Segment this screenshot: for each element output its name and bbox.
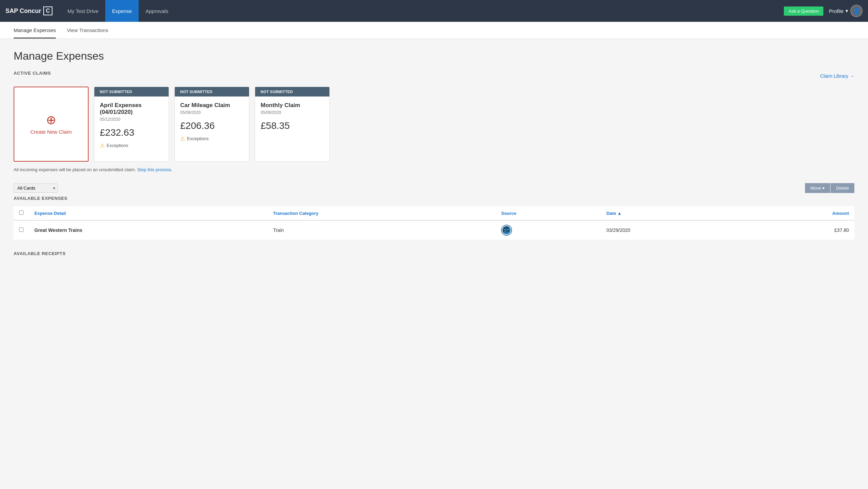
app-logo: SAP Concur C — [5, 6, 52, 15]
svg-rect-1 — [504, 229, 509, 230]
claim-status-car: NOT SUBMITTED — [175, 87, 249, 97]
sub-nav-item-view-transactions[interactable]: View Transactions — [67, 22, 108, 39]
claim-exception-car: ⚠ Exceptions — [180, 135, 244, 142]
active-claims-title: ACTIVE CLAIMS — [14, 71, 51, 76]
action-buttons: Move ▾ Delete — [805, 183, 854, 193]
exception-label-april: Exceptions — [107, 143, 128, 148]
exception-label-car: Exceptions — [187, 136, 209, 141]
col-date[interactable]: Date ▲ — [601, 206, 742, 220]
plus-icon: ⊕ — [46, 114, 56, 126]
claim-status-april: NOT SUBMITTED — [94, 87, 169, 97]
claim-body-car: Car Mileage Claim 05/09/2020 £206.36 ⚠ E… — [175, 97, 249, 147]
create-new-label: Create New Claim — [30, 129, 72, 135]
transaction-category-cell: Train — [268, 220, 496, 240]
credit-card-icon — [504, 228, 509, 232]
source-card-icon — [501, 225, 512, 236]
expenses-table-header-row: Expense Detail Transaction Category Sour… — [14, 206, 854, 220]
chevron-down-icon: ▾ — [846, 8, 848, 14]
col-expense-detail[interactable]: Expense Detail — [29, 206, 268, 220]
source-icon-inner — [502, 225, 511, 235]
col-source[interactable]: Source — [496, 206, 601, 220]
available-receipts-title: AVAILABLE RECEIPTS — [14, 251, 854, 256]
select-all-checkbox[interactable] — [19, 210, 24, 215]
expenses-table-body: Great Western Trains Train — [14, 220, 854, 240]
claim-amount-april: £232.63 — [100, 127, 163, 138]
move-button[interactable]: Move ▾ — [805, 183, 831, 193]
main-content: Manage Expenses ACTIVE CLAIMS Claim Libr… — [0, 39, 868, 489]
active-claims-header: ACTIVE CLAIMS Claim Library → — [14, 71, 854, 81]
claim-name-monthly: Monthly Claim — [261, 102, 324, 109]
claim-library-label: Claim Library — [820, 73, 848, 79]
row-checkbox-cell — [14, 220, 29, 240]
profile-area[interactable]: Profile ▾ 👤 — [829, 5, 863, 17]
claim-body-monthly: Monthly Claim 05/09/2020 £58.35 — [255, 97, 329, 141]
logo-box: C — [43, 6, 53, 15]
claims-grid: ⊕ Create New Claim NOT SUBMITTED April E… — [14, 87, 854, 162]
auto-claim-notice: All incoming expenses will be placed on … — [14, 167, 854, 172]
warning-icon: ⚠ — [180, 135, 185, 142]
expense-detail-cell: Great Western Trains — [29, 220, 268, 240]
create-new-claim-card[interactable]: ⊕ Create New Claim — [14, 87, 89, 162]
claim-status-monthly: NOT SUBMITTED — [255, 87, 329, 97]
stop-process-link[interactable]: Stop this process. — [137, 167, 172, 172]
ask-question-button[interactable]: Ask a Question — [784, 6, 823, 16]
expenses-table-head: Expense Detail Transaction Category Sour… — [14, 206, 854, 220]
col-amount[interactable]: Amount — [742, 206, 854, 220]
nav-item-expense[interactable]: Expense — [105, 0, 139, 22]
available-expenses-title: AVAILABLE EXPENSES — [14, 196, 854, 201]
avatar: 👤 — [850, 5, 863, 17]
claim-date-monthly: 05/09/2020 — [261, 110, 324, 115]
chevron-down-small-icon: ▾ — [822, 186, 825, 191]
header: SAP Concur C My Test Drive Expense Appro… — [0, 0, 868, 22]
amount-cell: £37.80 — [742, 220, 854, 240]
claim-name-car: Car Mileage Claim — [180, 102, 244, 109]
header-right: Ask a Question Profile ▾ 👤 — [784, 5, 863, 17]
checkbox-header — [14, 206, 29, 220]
claim-date-april: 05/12/2020 — [100, 117, 163, 122]
all-cards-wrapper: All CardsCorporate CardPersonal — [14, 183, 58, 193]
claim-date-car: 05/09/2020 — [180, 110, 244, 115]
arrow-right-icon: → — [850, 73, 854, 79]
available-expenses-section: All CardsCorporate CardPersonal Move ▾ D… — [14, 183, 854, 240]
sub-nav: Manage Expenses View Transactions — [0, 22, 868, 39]
page-title: Manage Expenses — [14, 50, 854, 62]
delete-button[interactable]: Delete — [830, 183, 854, 193]
date-cell: 03/29/2020 — [601, 220, 742, 240]
main-nav: My Test Drive Expense Approvals — [61, 0, 784, 22]
all-cards-select[interactable]: All CardsCorporate CardPersonal — [14, 183, 58, 193]
profile-label: Profile — [829, 8, 843, 14]
claim-card-car-mileage[interactable]: NOT SUBMITTED Car Mileage Claim 05/09/20… — [174, 87, 249, 162]
avatar-icon: 👤 — [853, 7, 860, 15]
source-cell — [496, 220, 601, 240]
col-transaction-category[interactable]: Transaction Category — [268, 206, 496, 220]
nav-item-my-test-drive[interactable]: My Test Drive — [61, 0, 105, 22]
nav-item-approvals[interactable]: Approvals — [139, 0, 175, 22]
table-row[interactable]: Great Western Trains Train — [14, 220, 854, 240]
claim-name-april: April Expenses (04/01/2020) — [100, 102, 163, 116]
claim-body-april: April Expenses (04/01/2020) 05/12/2020 £… — [94, 97, 169, 154]
warning-icon: ⚠ — [100, 142, 105, 149]
claim-library-link[interactable]: Claim Library → — [820, 73, 854, 79]
sub-nav-item-manage-expenses[interactable]: Manage Expenses — [14, 22, 56, 39]
move-label: Move — [810, 186, 821, 191]
row-checkbox[interactable] — [19, 227, 24, 232]
svg-rect-2 — [505, 231, 506, 232]
expenses-table: Expense Detail Transaction Category Sour… — [14, 206, 854, 240]
expenses-toolbar: All CardsCorporate CardPersonal Move ▾ D… — [14, 183, 854, 193]
logo-area: SAP Concur C — [5, 6, 58, 15]
claim-amount-monthly: £58.35 — [261, 120, 324, 131]
claim-exception-april: ⚠ Exceptions — [100, 142, 163, 149]
claim-card-april-expenses[interactable]: NOT SUBMITTED April Expenses (04/01/2020… — [94, 87, 169, 162]
claim-card-monthly[interactable]: NOT SUBMITTED Monthly Claim 05/09/2020 £… — [255, 87, 330, 162]
claim-amount-car: £206.36 — [180, 120, 244, 131]
